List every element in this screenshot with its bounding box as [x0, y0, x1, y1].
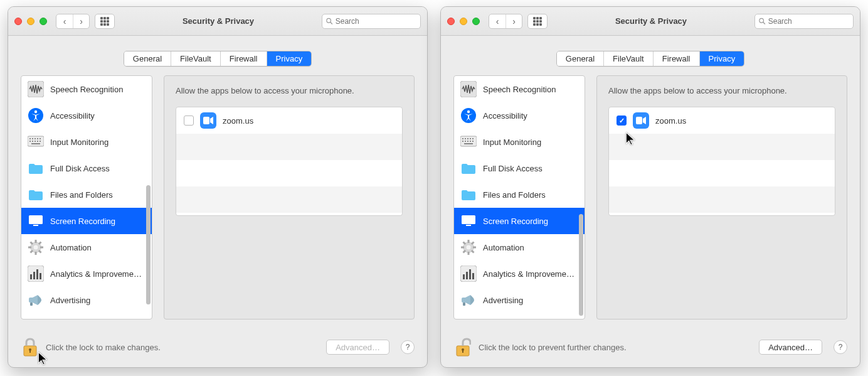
- tab-firewall[interactable]: Firewall: [220, 51, 267, 66]
- waveform-icon: [28, 81, 44, 97]
- megaphone-icon: [28, 292, 44, 308]
- scrollbar[interactable]: [146, 78, 151, 316]
- window-right: ‹ › Security & Privacy General FileVault…: [440, 6, 860, 368]
- sidebar-item-label: Advertising: [50, 296, 146, 305]
- lock-text: Click the lock to prevent further change…: [479, 343, 753, 352]
- nav-buttons: ‹ ›: [56, 14, 90, 29]
- scrollbar-thumb[interactable]: [579, 214, 583, 316]
- sidebar-item-label: Screen Recording: [50, 217, 146, 226]
- lock-button[interactable]: [21, 336, 40, 358]
- app-checkbox[interactable]: [617, 115, 627, 126]
- sidebar-item-files-folders[interactable]: Files and Folders: [454, 181, 585, 208]
- help-button[interactable]: ?: [834, 340, 847, 354]
- nav-buttons: ‹ ›: [489, 14, 522, 29]
- list-item: [176, 186, 402, 213]
- minimize-icon[interactable]: [27, 18, 34, 25]
- tab-privacy[interactable]: Privacy: [267, 51, 312, 66]
- lock-text: Click the lock to make changes.: [46, 343, 320, 352]
- sidebar-item-analytics[interactable]: Analytics & Improveme…: [454, 261, 585, 287]
- sidebar-item-full-disk[interactable]: Full Disk Access: [21, 155, 152, 181]
- advanced-button[interactable]: Advanced…: [326, 340, 389, 355]
- scrollbar[interactable]: [578, 78, 583, 316]
- sidebar: Speech Recognition Accessibility Input M…: [453, 75, 585, 320]
- titlebar: ‹ › Security & Privacy: [441, 7, 860, 36]
- sidebar-item-screen-recording[interactable]: Screen Recording: [454, 208, 585, 234]
- search-icon: [759, 18, 766, 25]
- sidebar-item-advertising[interactable]: Advertising: [21, 287, 152, 313]
- sidebar-item-automation[interactable]: Automation: [454, 234, 585, 261]
- folder-icon: [460, 186, 477, 203]
- sidebar-item-label: Accessibility: [50, 111, 146, 121]
- content-pane: Allow the apps below to access your micr…: [164, 75, 415, 320]
- sidebar-item-label: Speech Recognition: [483, 85, 578, 94]
- sidebar-item-input-monitoring[interactable]: Input Monitoring: [21, 129, 152, 155]
- content-description: Allow the apps below to access your micr…: [176, 86, 403, 95]
- scrollbar-thumb[interactable]: [146, 185, 151, 304]
- sidebar-item-analytics[interactable]: Analytics & Improveme…: [21, 261, 152, 287]
- sidebar-item-full-disk[interactable]: Full Disk Access: [454, 155, 585, 181]
- close-icon[interactable]: [14, 18, 22, 25]
- back-button[interactable]: ‹: [56, 14, 73, 28]
- sidebar-item-accessibility[interactable]: Accessibility: [21, 102, 152, 129]
- search-input[interactable]: [768, 17, 849, 26]
- sidebar-item-label: Automation: [483, 243, 578, 252]
- main-area: Speech Recognition Accessibility Input M…: [8, 75, 427, 327]
- sidebar-item-speech[interactable]: Speech Recognition: [454, 76, 585, 102]
- minimize-icon[interactable]: [460, 18, 467, 25]
- help-button[interactable]: ?: [401, 340, 415, 354]
- tab-general[interactable]: General: [557, 51, 603, 66]
- waveform-icon: [460, 81, 477, 97]
- lock-button[interactable]: [453, 336, 472, 358]
- sidebar-item-accessibility[interactable]: Accessibility: [454, 102, 585, 129]
- fullscreen-icon[interactable]: [40, 18, 47, 25]
- sidebar-item-input-monitoring[interactable]: Input Monitoring: [454, 129, 585, 155]
- back-button[interactable]: ‹: [489, 14, 505, 28]
- show-all-button[interactable]: [527, 14, 548, 29]
- content-description: Allow the apps below to access your micr…: [608, 86, 835, 95]
- sidebar-item-label: Screen Recording: [483, 217, 578, 226]
- folder-icon: [460, 160, 477, 176]
- fullscreen-icon[interactable]: [472, 18, 480, 25]
- close-icon[interactable]: [447, 18, 455, 25]
- tab-filevault[interactable]: FileVault: [171, 51, 220, 66]
- show-all-button[interactable]: [95, 14, 115, 29]
- grid-icon: [533, 17, 542, 26]
- titlebar: ‹ › Security & Privacy: [8, 7, 427, 36]
- forward-button[interactable]: ›: [505, 14, 522, 28]
- sidebar-item-screen-recording[interactable]: Screen Recording: [21, 208, 152, 234]
- sidebar: Speech Recognition Accessibility Input M…: [21, 75, 152, 320]
- tab-privacy[interactable]: Privacy: [699, 51, 744, 66]
- traffic-lights: [14, 18, 47, 25]
- list-item: [176, 160, 402, 186]
- sidebar-item-label: Files and Folders: [483, 190, 578, 200]
- sidebar-item-label: Accessibility: [483, 111, 578, 121]
- grid-icon: [100, 17, 109, 26]
- lock-open-icon: [455, 337, 471, 357]
- app-checkbox[interactable]: [184, 115, 194, 126]
- tab-bar: General FileVault Firewall Privacy: [124, 51, 312, 67]
- folder-icon: [28, 186, 44, 203]
- tab-general[interactable]: General: [124, 51, 171, 66]
- sidebar-item-speech[interactable]: Speech Recognition: [21, 76, 152, 102]
- tab-filevault[interactable]: FileVault: [603, 51, 653, 66]
- list-item: [176, 134, 402, 160]
- bottom-bar: Click the lock to make changes. Advanced…: [8, 327, 427, 367]
- keyboard-icon: [28, 134, 44, 150]
- search-icon: [326, 18, 333, 25]
- accessibility-icon: [460, 107, 477, 124]
- app-list: zoom.us: [608, 107, 835, 216]
- search-field[interactable]: [754, 14, 854, 29]
- sidebar-item-automation[interactable]: Automation: [21, 234, 152, 261]
- advanced-button[interactable]: Advanced…: [759, 340, 822, 355]
- search-field[interactable]: [322, 14, 421, 29]
- list-item: [609, 160, 835, 186]
- search-input[interactable]: [336, 17, 416, 26]
- sidebar-item-files-folders[interactable]: Files and Folders: [21, 181, 152, 208]
- content-pane: Allow the apps below to access your micr…: [596, 75, 847, 320]
- sidebar-item-advertising[interactable]: Advertising: [454, 287, 585, 313]
- forward-button[interactable]: ›: [73, 14, 89, 28]
- monitor-icon: [28, 213, 44, 229]
- tab-firewall[interactable]: Firewall: [653, 51, 699, 66]
- zoom-icon: [633, 112, 649, 129]
- bottom-bar: Click the lock to prevent further change…: [441, 327, 860, 367]
